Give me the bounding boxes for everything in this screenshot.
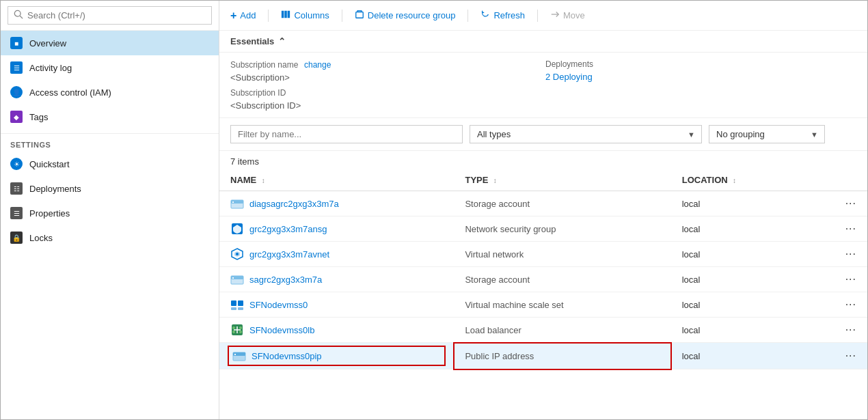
resource-link[interactable]: SFNodevmss0pip: [230, 348, 443, 363]
resource-link[interactable]: diagsagrc2gxg3x3m7a: [230, 197, 443, 210]
actions-column-header: [808, 169, 867, 191]
resource-link[interactable]: SFNodevmss0: [230, 298, 443, 311]
resource-link[interactable]: sagrc2gxg3x3m7a: [230, 272, 443, 286]
actions-cell: ···: [808, 216, 867, 242]
more-options-button[interactable]: ···: [845, 324, 856, 336]
grouping-select[interactable]: No grouping: [709, 125, 825, 143]
sidebar-item-iam[interactable]: 👤 Access control (IAM): [1, 80, 219, 104]
type-column-header: TYPE ↕: [454, 169, 670, 191]
delete-button[interactable]: Delete resource group: [355, 10, 456, 21]
type-cell: Public IP address: [454, 343, 670, 369]
toolbar-divider2: [342, 10, 342, 22]
sort-arrows-location[interactable]: ↕: [733, 177, 736, 184]
delete-label: Delete resource group: [368, 10, 456, 20]
sidebar-item-label: Tags: [29, 112, 48, 122]
sidebar-item-label: Quickstart: [29, 159, 70, 169]
vmss-icon: [230, 298, 244, 311]
resource-name: sagrc2gxg3x3m7a: [249, 275, 322, 285]
sidebar-item-label: Locks: [29, 233, 53, 243]
name-cell: grc2gxg3x3m7avnet: [219, 242, 454, 267]
pip-icon: [232, 349, 246, 363]
sidebar-item-quickstart[interactable]: ☀ Quickstart: [1, 152, 219, 176]
svg-rect-21: [238, 300, 243, 306]
sort-arrows-type[interactable]: ↕: [493, 177, 497, 184]
sidebar-item-deployments[interactable]: ☷ Deployments: [1, 176, 219, 201]
refresh-icon: [480, 10, 490, 21]
resources-table: NAME ↕ TYPE ↕ LOCATION ↕ diagsagrc2gxg3x…: [219, 169, 867, 369]
sidebar-item-label: Access control (IAM): [29, 87, 111, 98]
move-button[interactable]: Move: [550, 10, 585, 21]
subscription-id-value: <Subscription ID>: [230, 100, 541, 111]
refresh-label: Refresh: [493, 10, 525, 20]
sidebar-item-activity-log[interactable]: ☰ Activity log: [1, 55, 219, 80]
location-column-header: LOCATION ↕: [671, 169, 808, 191]
resource-link[interactable]: grc2gxg3x3m7ansg: [230, 222, 443, 236]
essentials-left: Subscription name change <Subscription> …: [230, 59, 541, 111]
more-options-button[interactable]: ···: [845, 273, 856, 285]
name-cell: SFNodevmss0lb: [219, 318, 454, 343]
columns-button[interactable]: Columns: [281, 10, 329, 21]
resource-name: SFNodevmss0pip: [252, 351, 322, 361]
resource-name: diagsagrc2gxg3x3m7a: [249, 199, 339, 209]
sidebar-item-locks[interactable]: 🔒 Locks: [1, 225, 219, 250]
name-cell: diagsagrc2gxg3x3m7a: [219, 191, 454, 216]
sidebar-item-label: Deployments: [29, 184, 81, 194]
svg-rect-33: [234, 354, 236, 355]
name-cell: SFNodevmss0: [219, 292, 454, 318]
filter-input[interactable]: [230, 125, 463, 143]
columns-icon: [281, 10, 290, 21]
types-select[interactable]: All types: [470, 125, 702, 143]
change-link[interactable]: change: [304, 60, 331, 70]
overview-icon: ■: [10, 37, 23, 49]
sidebar-item-label: Overview: [29, 38, 66, 48]
move-icon: [550, 10, 560, 21]
name-cell: SFNodevmss0pip: [219, 343, 454, 369]
more-options-button[interactable]: ···: [845, 248, 856, 260]
more-options-button[interactable]: ···: [845, 223, 856, 235]
location-cell: local: [671, 242, 808, 267]
svg-point-27: [232, 326, 235, 329]
iam-icon: 👤: [10, 86, 23, 98]
sort-arrows-name[interactable]: ↕: [262, 177, 265, 184]
table-row: diagsagrc2gxg3x3m7aStorage accountlocal·…: [219, 191, 867, 216]
location-cell: local: [671, 267, 808, 292]
resource-name: grc2gxg3x3m7ansg: [249, 224, 327, 234]
svg-point-29: [232, 331, 235, 333]
essentials-content: Subscription name change <Subscription> …: [219, 53, 867, 118]
sidebar-item-tags[interactable]: ◆ Tags: [1, 104, 219, 129]
sidebar-item-label: Properties: [29, 208, 70, 219]
location-cell: local: [671, 318, 808, 343]
move-label: Move: [563, 10, 585, 20]
refresh-button[interactable]: Refresh: [480, 10, 525, 21]
resource-name: grc2gxg3x3m7avnet: [249, 249, 329, 260]
resource-link[interactable]: SFNodevmss0lb: [230, 323, 443, 337]
svg-point-0: [14, 10, 21, 16]
sidebar-item-overview[interactable]: ■ Overview: [1, 31, 219, 55]
essentials-right: Deployments 2 Deploying: [545, 59, 856, 111]
svg-rect-22: [231, 307, 236, 310]
search-bar: [1, 1, 219, 31]
subscription-id-label: Subscription ID: [230, 88, 541, 98]
name-cell: sagrc2gxg3x3m7a: [219, 267, 454, 292]
sidebar: ■ Overview ☰ Activity log 👤 Access contr…: [1, 1, 219, 419]
deployments-label: Deployments: [545, 59, 856, 69]
toolbar-divider: [268, 10, 269, 22]
search-input-wrap[interactable]: [8, 6, 212, 25]
name-column-header: NAME ↕: [219, 169, 454, 191]
chevron-up-icon[interactable]: ⌃: [278, 36, 286, 46]
location-cell: local: [671, 191, 808, 216]
more-options-button[interactable]: ···: [845, 298, 856, 311]
add-button[interactable]: + Add: [230, 10, 256, 22]
resource-link[interactable]: grc2gxg3x3m7avnet: [230, 247, 443, 261]
toolbar-divider3: [467, 10, 468, 22]
more-options-button[interactable]: ···: [845, 350, 856, 362]
more-options-button[interactable]: ···: [845, 197, 856, 210]
sidebar-item-properties[interactable]: ☰ Properties: [1, 201, 219, 225]
deployments-value[interactable]: 2 Deploying: [545, 72, 856, 82]
svg-rect-2: [282, 11, 284, 18]
type-cell: Load balancer: [454, 318, 670, 343]
svg-rect-12: [232, 201, 234, 203]
search-input[interactable]: [27, 10, 206, 20]
toolbar-divider4: [537, 10, 538, 22]
storage-icon: [230, 197, 244, 210]
